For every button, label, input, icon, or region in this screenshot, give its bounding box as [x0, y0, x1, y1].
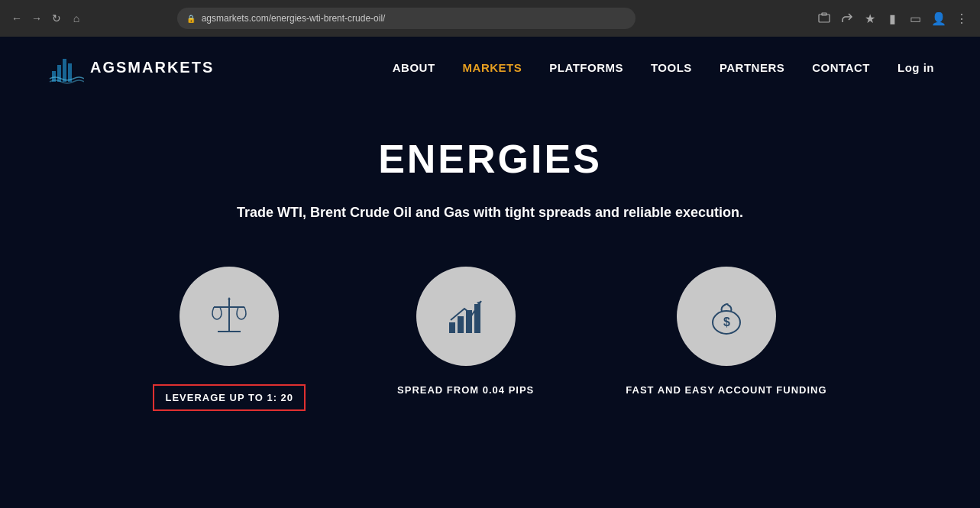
- nav-contact[interactable]: CONTACT: [812, 61, 870, 74]
- svg-marker-9: [228, 297, 231, 299]
- features-row: LEVERAGE UP TO 1: 20 SPREAD: [153, 267, 826, 411]
- spread-circle: [416, 267, 516, 366]
- svg-rect-13: [474, 304, 480, 333]
- nav-platforms[interactable]: PLATFORMS: [549, 61, 623, 74]
- svg-text:$: $: [723, 315, 730, 328]
- browser-actions: ★ ▮ ▭ 👤 ⋮: [815, 9, 971, 28]
- feature-spread: SPREAD FROM 0.04 PIPS: [397, 267, 534, 396]
- scale-icon: [206, 293, 252, 339]
- lock-icon: 🔒: [186, 15, 196, 23]
- window-icon[interactable]: ▭: [907, 9, 925, 28]
- leverage-circle: [180, 267, 279, 366]
- extensions-icon[interactable]: ▮: [884, 9, 902, 28]
- spread-label: SPREAD FROM 0.04 PIPS: [397, 384, 534, 396]
- logo-icon: [46, 48, 84, 86]
- forward-button[interactable]: →: [29, 11, 44, 26]
- page-subtitle: Trade WTI, Brent Crude Oil and Gas with …: [237, 205, 743, 221]
- bookmark-icon[interactable]: ★: [861, 9, 879, 28]
- website: AGSMARKETS ABOUT MARKETS PLATFORMS TOOLS…: [0, 37, 980, 508]
- funding-label: FAST AND EASY ACCOUNT FUNDING: [626, 384, 826, 396]
- menu-icon[interactable]: ⋮: [953, 9, 971, 28]
- svg-rect-11: [458, 316, 464, 333]
- money-bag-icon: $: [703, 293, 749, 339]
- logo-area[interactable]: AGSMARKETS: [46, 48, 214, 86]
- home-button[interactable]: ⌂: [69, 11, 84, 26]
- share-icon[interactable]: [838, 9, 856, 28]
- back-button[interactable]: ←: [9, 11, 24, 26]
- url-text: agsmarkets.com/energies-wti-brent-crude-…: [202, 13, 386, 24]
- screenshot-icon[interactable]: [815, 9, 833, 28]
- chart-icon: [443, 293, 489, 339]
- nav-about[interactable]: ABOUT: [393, 61, 435, 74]
- page-title: ENERGIES: [378, 136, 602, 182]
- nav-partners[interactable]: PARTNERS: [720, 61, 784, 74]
- funding-circle: $: [677, 267, 776, 366]
- nav-links: ABOUT MARKETS PLATFORMS TOOLS PARTNERS C…: [393, 61, 934, 74]
- svg-rect-10: [449, 322, 455, 333]
- nav-markets[interactable]: MARKETS: [463, 61, 522, 74]
- svg-rect-3: [57, 65, 61, 82]
- logo-text: AGSMARKETS: [90, 59, 214, 76]
- browser-chrome: ← → ↻ ⌂ 🔒 agsmarkets.com/energies-wti-br…: [0, 0, 980, 37]
- nav-login[interactable]: Log in: [898, 61, 934, 74]
- feature-leverage: LEVERAGE UP TO 1: 20: [153, 267, 306, 411]
- main-content: ENERGIES Trade WTI, Brent Crude Oil and …: [0, 98, 980, 411]
- reload-button[interactable]: ↻: [49, 11, 64, 26]
- browser-nav-icons: ← → ↻ ⌂: [9, 11, 84, 26]
- leverage-label: LEVERAGE UP TO 1: 20: [153, 384, 306, 411]
- navbar: AGSMARKETS ABOUT MARKETS PLATFORMS TOOLS…: [0, 37, 980, 98]
- profile-icon[interactable]: 👤: [930, 9, 948, 28]
- nav-tools[interactable]: TOOLS: [651, 61, 692, 74]
- address-bar[interactable]: 🔒 agsmarkets.com/energies-wti-brent-crud…: [177, 8, 636, 29]
- svg-rect-4: [63, 59, 66, 82]
- feature-funding: $ FAST AND EASY ACCOUNT FUNDING: [626, 267, 826, 396]
